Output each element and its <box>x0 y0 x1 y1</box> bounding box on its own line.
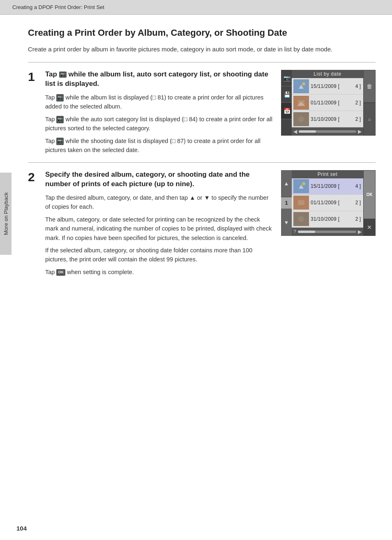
screen-1-bottom: ◀ ▶ <box>292 127 363 136</box>
svg-rect-12 <box>298 200 304 205</box>
thumb-3 <box>293 112 309 126</box>
screen-2-title: Print set <box>292 170 363 178</box>
step-1-body: Tap 📷 while the album list is displayed … <box>45 93 273 155</box>
screen-1-body: 15/11/2009 [ 4 ] 01/11/2009 [ 2 ] <box>292 78 363 136</box>
screen-1-row-1: 15/11/2009 [ 4 ] <box>292 78 363 95</box>
print-icon-s1b: 📷 <box>56 94 64 102</box>
thumb-2-2 <box>293 196 309 210</box>
intro-text: Create a print order by album in favorit… <box>28 45 376 54</box>
left-arrow[interactable]: ◀ <box>293 129 297 134</box>
screen-2-row-3: 31/10/2009 [ 2 ] <box>292 211 363 228</box>
screen-2-row-1: 15/11/2009 [ 4 ] <box>292 178 363 195</box>
step-2-body: Tap the desired album, category, or date… <box>45 193 273 277</box>
screen-1-title: List by date <box>292 70 363 78</box>
album-icon: 💾 <box>281 86 293 103</box>
step-1-para-2: Tap 📷 while the auto sort category list … <box>45 115 273 133</box>
svg-point-2 <box>302 82 305 85</box>
breadcrumb: Creating a DPOF Print Order: Print Set <box>0 0 392 15</box>
step-2-heading: Specify the desired album, category, or … <box>45 170 273 189</box>
right-arrow[interactable]: ▶ <box>358 129 362 134</box>
left-arrow-2[interactable]: ? <box>293 229 296 235</box>
step-1-para-1: Tap 📷 while the album list is displayed … <box>45 93 273 111</box>
screen-1-date-3: 31/10/2009 [ <box>311 116 355 122</box>
screen-1-count-2: 2 ] <box>355 100 361 106</box>
print-icon-s1: 📷 <box>59 72 67 78</box>
step-2-para-1: Tap the desired album, category, or date… <box>45 193 273 212</box>
ok-btn-screen[interactable]: OK <box>363 170 376 219</box>
step-1-heading: Tap 📷 while the album list, auto sort ca… <box>45 70 273 89</box>
step-2-para-4: Tap OK when setting is complete. <box>45 268 273 277</box>
screen-2-count-3: 2 ] <box>355 216 361 222</box>
divider-1 <box>28 62 376 62</box>
screen-1-date-1: 15/11/2009 [ <box>311 83 355 89</box>
screen-1-date-2: 01/11/2009 [ <box>311 100 355 106</box>
ok-icon: OK <box>56 269 65 276</box>
page-title: Creating a Print Order by Album, Categor… <box>28 27 376 39</box>
print-icon-s1c: 📷 <box>56 116 64 123</box>
camera-icon: 📷 <box>281 70 293 86</box>
step-2-section: 2 Specify the desired album, category, o… <box>28 170 376 280</box>
screen-1-row-3: 31/10/2009 [ 2 ] <box>292 111 363 127</box>
thumb-1 <box>293 79 309 93</box>
screen-2-date-2: 01/11/2009 [ <box>311 200 355 205</box>
svg-point-14 <box>298 216 304 222</box>
screen-2-count-2: 2 ] <box>355 200 361 205</box>
screen-2-count-1: 4 ] <box>355 183 361 189</box>
screen-2-date-3: 31/10/2009 [ <box>311 216 355 222</box>
screen-2-date-1: 15/11/2009 [ <box>311 183 355 189</box>
delete-btn[interactable]: 🗑 <box>363 70 376 103</box>
step-2-number: 2 <box>28 171 38 183</box>
down-arrow-btn[interactable]: ▼ <box>281 209 292 236</box>
svg-point-10 <box>302 182 305 185</box>
screen-2: ▲ 1 ▼ Print set 15/ <box>281 170 376 236</box>
calendar-icon: 📅 <box>281 103 293 119</box>
step-1-section: 1 Tap 📷 while the album list, auto sort … <box>28 70 376 158</box>
page-number: 104 <box>16 525 27 532</box>
screen-1-count-3: 2 ] <box>355 116 361 122</box>
right-arrow-2[interactable]: ▶ <box>358 229 362 235</box>
step-1-para-3: Tap 📷 while the shooting date list is di… <box>45 136 273 155</box>
divider-2 <box>28 162 376 163</box>
thumb-2 <box>293 96 309 110</box>
screen-1-count-1: 4 ] <box>355 83 361 89</box>
screen-2-row-2: 01/11/2009 [ 2 ] <box>292 195 363 211</box>
screen-2-body: 15/11/2009 [ 4 ] 01/11/2009 [ 2 ] <box>292 178 363 236</box>
up-arrow-btn[interactable]: ▲ <box>281 170 292 198</box>
step-2-para-2: The album, category, or date selected fo… <box>45 215 273 242</box>
thumb-2-3 <box>293 212 309 226</box>
cancel-btn-screen[interactable]: ✕ <box>363 219 376 236</box>
screen-1-row-2: 01/11/2009 [ 2 ] <box>292 95 363 111</box>
step-1-number: 1 <box>28 71 38 83</box>
svg-point-7 <box>298 116 304 122</box>
count-display: 1 <box>281 197 292 209</box>
sidebar-label: More on Playback <box>0 173 12 255</box>
step-2-para-3: If the selected album, category, or shoo… <box>45 246 273 264</box>
print-icon-s1d: 📷 <box>56 138 64 145</box>
screen-2-bottom: ? ▶ <box>292 228 363 236</box>
home-btn[interactable]: ⌂ <box>363 103 376 136</box>
thumb-2-1 <box>293 179 309 193</box>
screen-1: 📷 💾 📅 List by date <box>281 70 376 136</box>
